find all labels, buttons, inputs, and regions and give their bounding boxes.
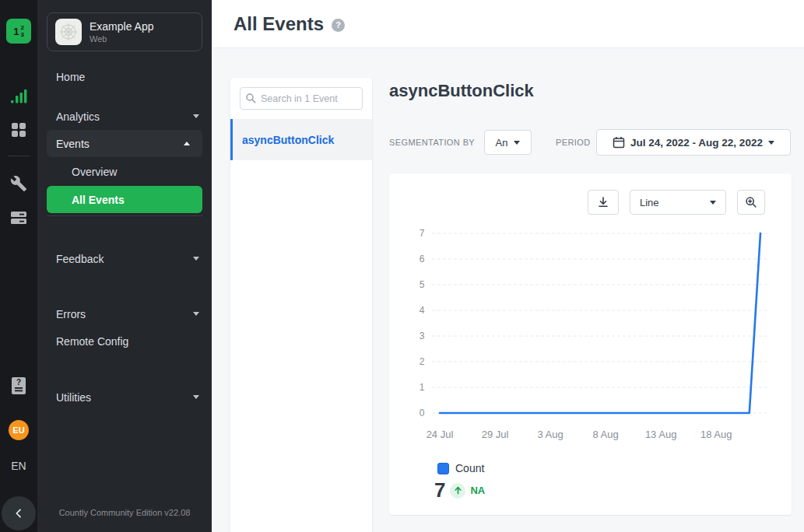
svg-text:?: ?	[16, 378, 21, 387]
search-icon	[245, 93, 256, 107]
trend-up-icon	[450, 483, 465, 499]
sidebar: Example App Web Home Analytics Events Ov…	[37, 0, 212, 532]
event-detail-title: asyncButtonClick	[389, 81, 534, 101]
chart-card: Line 0123456724 Jul29 Jul3 Aug8 Aug13 Au…	[389, 173, 792, 515]
event-search-input[interactable]	[240, 87, 363, 110]
zoom-chart-button[interactable]	[737, 190, 765, 215]
svg-text:29 Jul: 29 Jul	[482, 429, 509, 440]
wrench-icon[interactable]	[9, 174, 28, 193]
segmentation-dropdown[interactable]: An	[484, 130, 532, 155]
period-dropdown[interactable]: Jul 24, 2022 - Aug 22, 2022	[596, 129, 791, 156]
apps-grid-icon[interactable]	[9, 121, 28, 139]
total-count-row: 7 NA	[434, 478, 485, 502]
language-selector[interactable]: EN	[0, 460, 37, 472]
page-title: All Events	[233, 13, 324, 35]
report-manager-icon[interactable]: ?	[9, 376, 28, 395]
sidebar-item-errors[interactable]: Errors	[37, 300, 212, 327]
svg-text:7: 7	[420, 228, 425, 239]
analytics-bars-icon[interactable]	[9, 87, 28, 106]
rail-divider	[8, 156, 30, 156]
svg-text:8 Aug: 8 Aug	[592, 429, 618, 440]
sidebar-collapse-button[interactable]	[2, 496, 36, 530]
events-list-panel: asyncButtonClick	[230, 78, 372, 532]
sidebar-item-utilities[interactable]: Utilities	[37, 383, 212, 411]
legend-label: Count	[455, 462, 484, 474]
app-name: Example App	[90, 20, 154, 33]
icon-rail: 1 23 ? EU EN	[0, 0, 37, 532]
chevron-down-icon	[710, 201, 716, 205]
menu-divider	[47, 215, 202, 216]
chevron-down-icon	[768, 141, 774, 145]
chevron-up-icon	[184, 142, 190, 145]
events-list: asyncButtonClick	[230, 119, 372, 532]
svg-text:0: 0	[420, 408, 425, 418]
segmentation-label: SEGMENTATION BY	[389, 130, 475, 155]
app-placeholder-icon	[55, 19, 82, 45]
sidebar-item-feedback[interactable]: Feedback	[37, 245, 212, 272]
logo-digits-23: 23	[20, 24, 23, 38]
download-chart-button[interactable]	[588, 190, 619, 215]
countly-logo-icon[interactable]: 1 23	[6, 19, 31, 44]
sidebar-item-events[interactable]: Events	[47, 130, 202, 157]
version-footer: Countly Community Edition v22.08	[37, 508, 212, 517]
sidebar-item-all-events[interactable]: All Events	[47, 186, 202, 213]
svg-text:6: 6	[420, 254, 425, 264]
trend-change-value: NA	[470, 485, 485, 496]
count-series-checkbox[interactable]	[437, 463, 449, 474]
chevron-down-icon	[514, 141, 520, 145]
sidebar-item-analytics[interactable]: Analytics	[37, 103, 212, 130]
app-selector[interactable]: Example App Web	[47, 12, 202, 51]
svg-text:5: 5	[420, 279, 425, 290]
svg-text:2: 2	[420, 356, 425, 367]
data-manager-icon[interactable]	[9, 208, 28, 227]
svg-text:18 Aug: 18 Aug	[700, 429, 732, 440]
svg-text:3 Aug: 3 Aug	[537, 429, 563, 440]
svg-text:24 Jul: 24 Jul	[427, 429, 454, 440]
period-label: PERIOD	[556, 130, 591, 155]
sidebar-item-overview[interactable]: Overview	[37, 158, 212, 185]
app-platform: Web	[90, 34, 154, 44]
page-header: All Events ?	[212, 0, 804, 48]
total-count-value: 7	[434, 478, 445, 502]
chevron-down-icon	[193, 312, 199, 316]
user-avatar[interactable]: EU	[9, 420, 29, 440]
svg-text:4: 4	[420, 305, 425, 316]
line-chart-svg[interactable]: 0123456724 Jul29 Jul3 Aug8 Aug13 Aug18 A…	[389, 226, 792, 446]
countly-app: 1 23 ? EU EN Example A	[0, 0, 804, 532]
chevron-down-icon	[193, 257, 199, 261]
chart-type-dropdown[interactable]: Line	[630, 190, 726, 215]
calendar-icon	[613, 136, 625, 149]
sidebar-item-home[interactable]: Home	[37, 63, 212, 90]
chevron-down-icon	[193, 114, 199, 118]
svg-text:13 Aug: 13 Aug	[645, 429, 677, 440]
sidebar-item-remote-config[interactable]: Remote Config	[37, 327, 212, 355]
svg-text:3: 3	[420, 331, 425, 341]
help-icon[interactable]: ?	[332, 19, 345, 32]
logo-digit-1: 1	[13, 26, 19, 37]
event-list-item[interactable]: asyncButtonClick	[230, 119, 372, 160]
chevron-down-icon	[193, 395, 199, 399]
svg-text:1: 1	[420, 382, 425, 393]
chart-legend[interactable]: Count	[437, 462, 484, 474]
